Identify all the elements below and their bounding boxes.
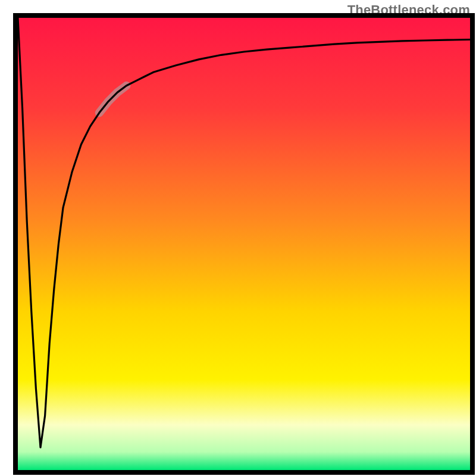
- bottleneck-curve-svg: [18, 18, 470, 470]
- attribution-text: TheBottleneck.com: [347, 2, 470, 18]
- plot-area: [18, 18, 470, 470]
- curve-main: [18, 18, 470, 447]
